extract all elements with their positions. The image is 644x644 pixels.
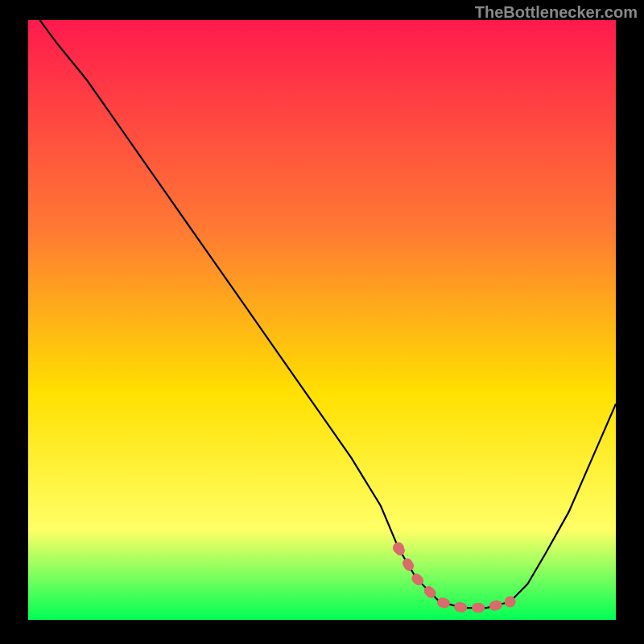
gradient-background xyxy=(28,20,616,620)
chart-container: TheBottlenecker.com xyxy=(0,0,644,644)
chart-svg xyxy=(28,20,616,620)
svg-point-1 xyxy=(505,597,516,608)
watermark-text: TheBottlenecker.com xyxy=(475,3,638,22)
plot-area xyxy=(28,20,616,620)
svg-point-0 xyxy=(393,543,404,554)
